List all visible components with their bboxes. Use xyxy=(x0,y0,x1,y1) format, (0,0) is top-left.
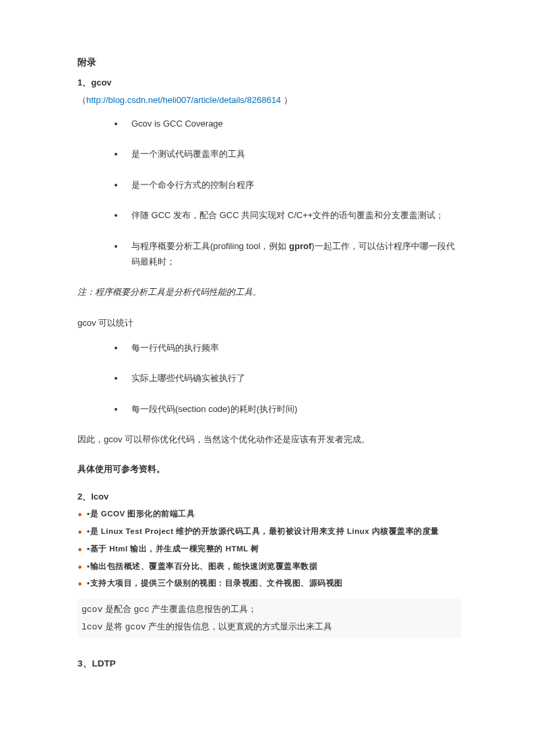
list-item: 每一行代码的执行频率 xyxy=(125,340,461,355)
section-3-heading: 3、LDTP xyxy=(77,656,461,672)
list-item: 是一个测试代码覆盖率的工具 xyxy=(125,146,461,162)
list-item: 实际上哪些代码确实被执行了 xyxy=(125,370,461,386)
gcov-summary: 因此，gcov 可以帮你优化代码，当然这个优化动作还是应该有开发者完成。 xyxy=(77,432,461,447)
lcov-item-text: •是 Linux Test Project 维护的开放源代码工具，最初被设计用来… xyxy=(87,527,439,535)
bullet-icon: ⬥ xyxy=(77,576,87,590)
bullet-icon: ⬥ xyxy=(77,559,87,574)
code-line-2: lcov 是将 gcov 产生的报告信息，以更直观的方式显示出来工具 xyxy=(82,619,457,636)
bullet-icon: ⬥ xyxy=(77,524,87,539)
lcov-item-text: •输出包括概述、覆盖率百分比、图表，能快速浏览覆盖率数据 xyxy=(87,562,317,570)
bullet-icon: ⬥ xyxy=(77,507,87,521)
note-text: 注：程序概要分析工具是分析代码性能的工具。 xyxy=(77,284,461,300)
lcov-item-text: •基于 Html 输出，并生成一棵完整的 HTML 树 xyxy=(87,545,259,553)
lcov-item-text: •是 GCOV 图形化的前端工具 xyxy=(87,510,195,518)
gcov-features-list: Gcov is GCC Coverage 是一个测试代码覆盖率的工具 是一个命令… xyxy=(77,116,461,269)
list-item: 每一段代码(section code)的耗时(执行时间) xyxy=(125,401,461,417)
lcov-features-list: ⬥•是 GCOV 图形化的前端工具 ⬥•是 Linux Test Project… xyxy=(77,507,461,590)
source-link-line: （http://blog.csdn.net/heli007/article/de… xyxy=(77,92,461,108)
link-prefix: （ xyxy=(77,95,86,105)
list-item: ⬥•支持大项目，提供三个级别的视图：目录视图、文件视图、源码视图 xyxy=(77,576,461,590)
list-item: 伴随 GCC 发布，配合 GCC 共同实现对 C/C++文件的语句覆盖和分支覆盖… xyxy=(125,207,461,223)
list-item: ⬥•是 GCOV 图形化的前端工具 xyxy=(77,507,461,521)
list-item: Gcov is GCC Coverage xyxy=(125,116,461,131)
link-suffix: ） xyxy=(281,95,292,105)
lcov-item-text: •支持大项目，提供三个级别的视图：目录视图、文件视图、源码视图 xyxy=(87,579,343,587)
gcov-lcov-description: gcov 是配合 gcc 产生覆盖信息报告的工具； lcov 是将 gcov 产… xyxy=(77,598,461,638)
section-1-heading: 1、gcov xyxy=(77,75,461,90)
list-item: ⬥•是 Linux Test Project 维护的开放源代码工具，最初被设计用… xyxy=(77,524,461,539)
source-link[interactable]: http://blog.csdn.net/heli007/article/det… xyxy=(86,95,281,105)
code-line-1: gcov 是配合 gcc 产生覆盖信息报告的工具； xyxy=(82,601,457,619)
gcov-reference: 具体使用可参考资料。 xyxy=(77,461,461,477)
section-2-heading: 2、lcov xyxy=(77,489,461,504)
appendix-title: 附录 xyxy=(77,54,461,71)
list-item: ⬥•基于 Html 输出，并生成一棵完整的 HTML 树 xyxy=(77,542,461,556)
gcov-stats-intro: gcov 可以统计 xyxy=(77,315,461,331)
gcov-stats-list: 每一行代码的执行频率 实际上哪些代码确实被执行了 每一段代码(section c… xyxy=(77,340,461,417)
list-item: 是一个命令行方式的控制台程序 xyxy=(125,177,461,193)
list-item: 与程序概要分析工具(profiling tool，例如 gprof)一起工作，可… xyxy=(125,238,461,270)
bullet-icon: ⬥ xyxy=(77,542,87,556)
list-item: ⬥•输出包括概述、覆盖率百分比、图表，能快速浏览覆盖率数据 xyxy=(77,559,461,574)
